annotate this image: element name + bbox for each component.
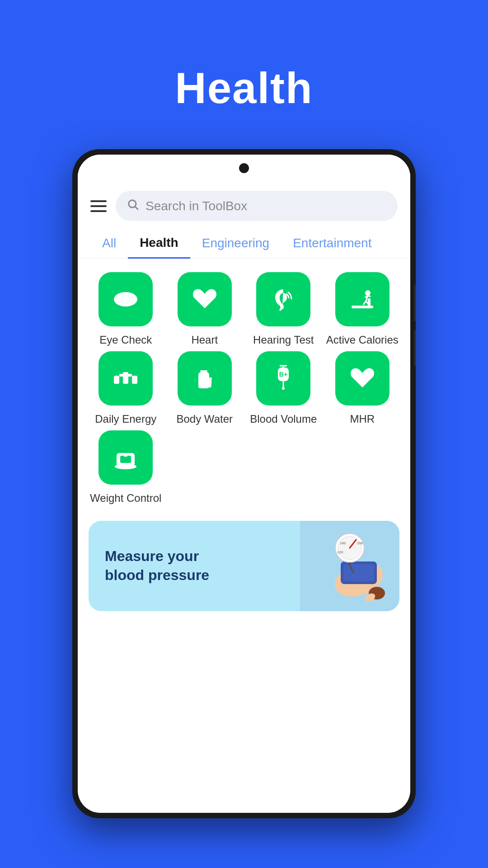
blood-pressure-banner[interactable]: Measure your blood pressure	[89, 521, 399, 611]
weight-control-icon	[99, 430, 153, 485]
svg-rect-18	[119, 374, 124, 377]
heart-icon	[178, 272, 232, 326]
app-mhr[interactable]: MHR	[325, 351, 400, 426]
app-blood-volume[interactable]: B+ Blood Volume	[246, 351, 321, 426]
camera-dot	[239, 163, 249, 173]
svg-text:160: 160	[340, 541, 346, 545]
app-weight-control[interactable]: Weight Control	[89, 430, 163, 505]
svg-line-14	[368, 296, 371, 297]
svg-text:200: 200	[357, 541, 363, 545]
app-heart[interactable]: Heart	[168, 272, 242, 347]
hearing-test-icon	[256, 272, 310, 326]
hearing-test-label: Hearing Test	[253, 333, 314, 347]
vol-up-button	[414, 285, 416, 321]
svg-rect-15	[114, 376, 119, 384]
app-eye-check[interactable]: Eye Check	[89, 272, 163, 347]
svg-rect-17	[132, 376, 137, 384]
svg-point-28	[282, 387, 285, 390]
search-icon	[127, 198, 139, 214]
body-water-icon	[178, 351, 232, 406]
apps-grid: Eye Check Heart	[78, 259, 410, 510]
tab-entertainment[interactable]: Entertainment	[281, 229, 383, 258]
svg-rect-38	[343, 564, 374, 581]
svg-rect-8	[368, 298, 371, 307]
svg-rect-16	[123, 372, 128, 384]
svg-text:B+: B+	[279, 371, 287, 378]
eye-check-icon	[99, 272, 153, 326]
active-calories-icon	[335, 272, 389, 326]
phone-device: Search in ToolBox All Health Engineering…	[72, 149, 416, 818]
mhr-label: MHR	[350, 412, 375, 426]
svg-text:120: 120	[337, 550, 343, 554]
svg-point-0	[129, 200, 136, 208]
svg-point-9	[365, 290, 371, 296]
tab-all[interactable]: All	[90, 229, 128, 258]
svg-rect-20	[200, 370, 207, 372]
screen-content: Search in ToolBox All Health Engineering…	[78, 182, 410, 813]
svg-rect-19	[127, 374, 132, 377]
body-water-label: Body Water	[177, 412, 233, 426]
app-daily-energy[interactable]: Daily Energy	[89, 351, 163, 426]
camera-notch	[78, 155, 410, 182]
svg-point-6	[281, 306, 284, 309]
tabs-row: All Health Engineering Entertainment	[78, 228, 410, 259]
phone-screen: Search in ToolBox All Health Engineering…	[78, 155, 410, 813]
heart-label: Heart	[191, 333, 218, 347]
blood-volume-icon: B+	[256, 351, 310, 406]
mhr-icon	[335, 351, 389, 406]
search-bar[interactable]: Search in ToolBox	[116, 191, 398, 221]
top-bar: Search in ToolBox	[78, 182, 410, 228]
daily-energy-label: Daily Energy	[95, 412, 156, 426]
menu-icon[interactable]	[90, 200, 107, 212]
svg-rect-33	[120, 456, 131, 463]
active-calories-label: Active Calories	[326, 333, 399, 347]
daily-energy-icon	[99, 351, 153, 406]
svg-rect-22	[198, 380, 209, 388]
tab-health[interactable]: Health	[128, 228, 190, 259]
eye-check-label: Eye Check	[99, 333, 152, 347]
vol-down-button	[414, 330, 416, 366]
svg-line-1	[135, 207, 138, 209]
app-body-water[interactable]: Body Water	[168, 351, 242, 426]
app-hearing-test[interactable]: Hearing Test	[246, 272, 321, 347]
banner-text: Measure your blood pressure	[105, 547, 231, 585]
weight-control-label: Weight Control	[90, 491, 161, 505]
search-placeholder: Search in ToolBox	[145, 199, 247, 213]
blood-volume-label: Blood Volume	[250, 412, 317, 426]
svg-point-5	[123, 297, 128, 302]
app-active-calories[interactable]: Active Calories	[325, 272, 400, 347]
banner-image: 160 200 120	[300, 521, 399, 611]
page-title: Health	[175, 63, 313, 113]
tab-engineering[interactable]: Engineering	[190, 229, 281, 258]
